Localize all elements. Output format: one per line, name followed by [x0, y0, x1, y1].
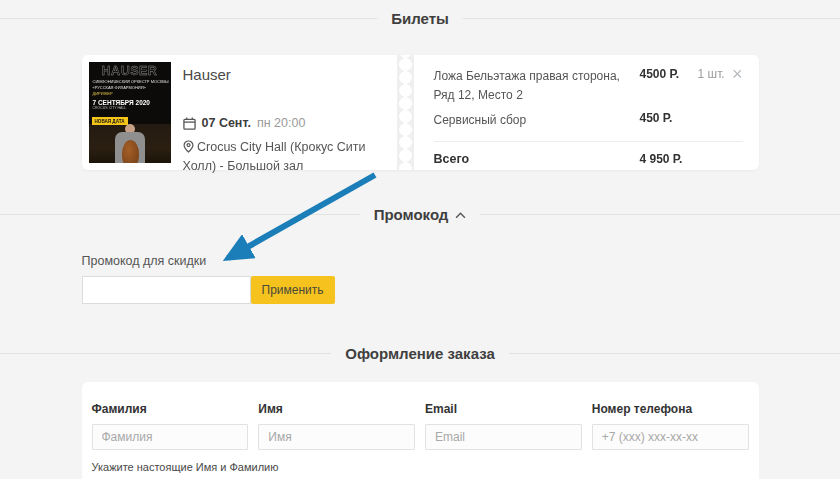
poster-subtitle-1: СИМФОНИЧЕСКИЙ ОРКЕСТР МОСКВЫ: [89, 79, 171, 85]
email-label: Email: [425, 402, 582, 416]
order-form-card: Фамилия Имя Email Номер телефона Укажите…: [82, 382, 759, 479]
order-section-header: Оформление заказа: [0, 345, 840, 362]
promo-section-header: Промокод: [0, 206, 840, 223]
phone-label: Номер телефона: [592, 402, 749, 416]
phone-input[interactable]: [592, 424, 749, 450]
calendar-icon: [183, 117, 196, 130]
lastname-label: Фамилия: [92, 402, 249, 416]
divider: [0, 353, 331, 354]
event-venue: Crocus City Hall (Крокус Сити Холл) - Бо…: [183, 138, 390, 176]
promo-code-input[interactable]: [82, 276, 251, 304]
tickets-section-title: Билеты: [391, 10, 449, 27]
poster-venue: CROCUS CITY HALL: [89, 106, 171, 110]
promo-toggle[interactable]: Промокод: [360, 206, 481, 223]
event-poster-image: HAUSER СИМФОНИЧЕСКИЙ ОРКЕСТР МОСКВЫ «РУС…: [89, 62, 171, 163]
ticket-card: HAUSER СИМФОНИЧЕСКИЙ ОРКЕСТР МОСКВЫ «РУС…: [82, 55, 759, 170]
ticket-pricing-panel: Ложа Бельэтажа правая сторона, Ряд 12, М…: [414, 55, 759, 170]
poster-new-date-badge: НОВАЯ ДАТА: [92, 117, 128, 125]
email-input[interactable]: [425, 424, 582, 450]
poster-subtitle-3: ДИРИЖЕР: [89, 91, 171, 97]
field-phone: Номер телефона: [592, 402, 749, 450]
divider: [480, 214, 840, 215]
apply-promo-button[interactable]: Применить: [251, 276, 335, 304]
firstname-input[interactable]: [258, 424, 415, 450]
ticket-quantity: 1 шт.: [690, 67, 727, 81]
promo-section-title: Промокод: [374, 206, 449, 223]
total-label: Всего: [434, 152, 640, 166]
field-email: Email: [425, 402, 582, 450]
chevron-up-icon: [455, 212, 466, 219]
order-section-title: Оформление заказа: [345, 345, 495, 362]
seat-price: 4500 Р.: [640, 67, 690, 81]
pricing-divider: [434, 141, 743, 142]
divider: [0, 18, 377, 19]
firstname-label: Имя: [258, 402, 415, 416]
promo-field-label: Промокод для скидки: [82, 254, 759, 268]
poster-artist: HAUSER: [89, 65, 171, 79]
poster-date: 7 СЕНТЯБРЯ 2020: [89, 99, 171, 106]
divider: [0, 214, 360, 215]
lastname-input[interactable]: [92, 424, 249, 450]
divider: [509, 353, 840, 354]
event-weekday-time: пн 20:00: [257, 116, 305, 130]
remove-ticket-close-icon[interactable]: ×: [732, 67, 743, 81]
order-note: Укажите настоящие Имя и Фамилию: [92, 461, 749, 473]
event-date: 07 Сент.: [202, 116, 251, 130]
field-firstname: Имя: [258, 402, 415, 450]
tickets-section-header: Билеты: [0, 0, 840, 27]
event-title: Hauser: [183, 66, 390, 83]
service-fee-label: Сервисный сбор: [434, 111, 640, 130]
service-fee-value: 450 Р.: [640, 111, 690, 125]
field-lastname: Фамилия: [92, 402, 249, 450]
ticket-event-panel: HAUSER СИМФОНИЧЕСКИЙ ОРКЕСТР МОСКВЫ «РУС…: [82, 55, 397, 170]
location-pin-icon: [183, 140, 194, 153]
total-value: 4 950 Р.: [640, 152, 683, 166]
event-venue-text: Crocus City Hall (Крокус Сити Холл) - Бо…: [183, 140, 366, 173]
poster-cellist-figure: [89, 124, 171, 163]
divider: [463, 18, 840, 19]
ticket-perforation: [397, 55, 414, 170]
seat-description: Ложа Бельэтажа правая сторона, Ряд 12, М…: [434, 67, 640, 104]
